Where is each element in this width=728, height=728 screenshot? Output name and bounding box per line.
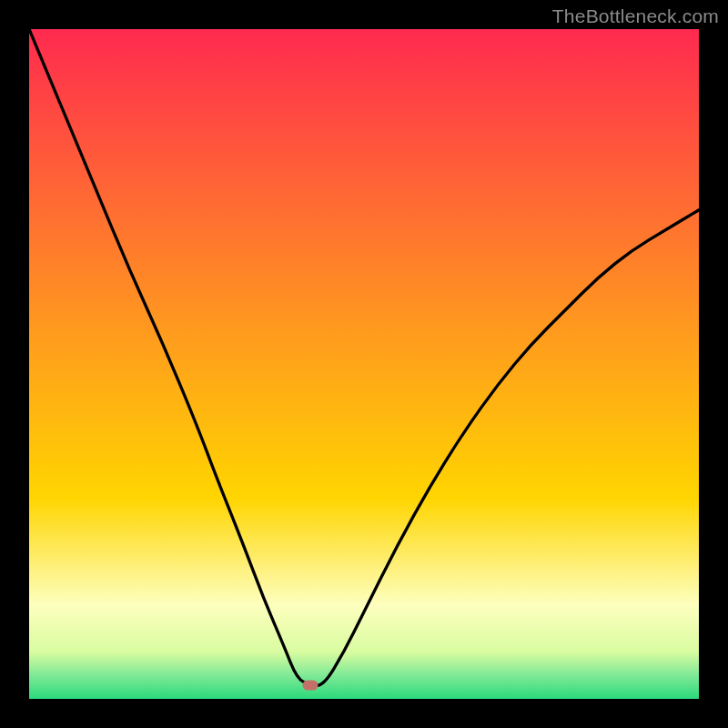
chart-frame: TheBottleneck.com [0,0,728,728]
watermark-text: TheBottleneck.com [552,5,719,27]
optimal-point-marker [303,681,318,691]
bottleneck-curve [29,29,699,699]
plot-area [29,29,699,699]
